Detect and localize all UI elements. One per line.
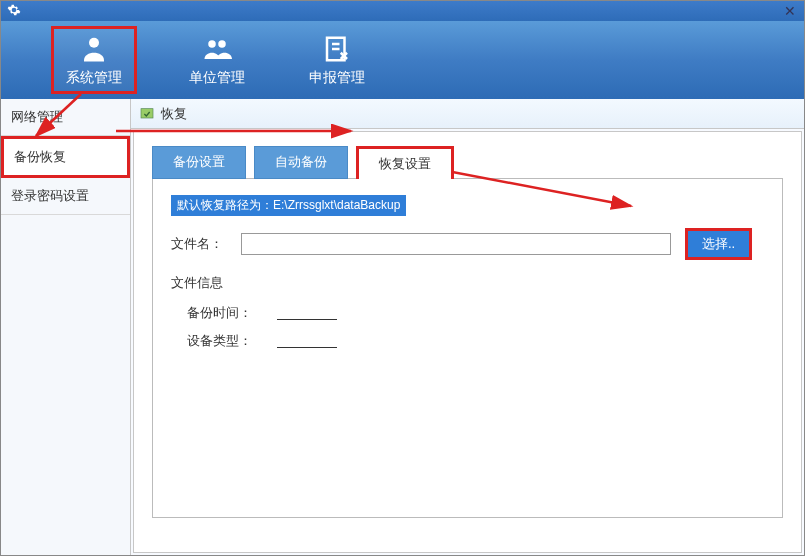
svg-point-2	[218, 40, 226, 48]
svg-point-1	[208, 40, 216, 48]
sidebar-item-password[interactable]: 登录密码设置	[1, 178, 130, 215]
ribbon-unit-management[interactable]: 单位管理	[177, 29, 257, 91]
group-icon	[201, 33, 233, 65]
app-window: ✕ 系统管理 单位管理 申报管理 网络管理 备份恢复	[0, 0, 805, 556]
device-type-value	[277, 332, 337, 348]
select-button[interactable]: 选择..	[685, 228, 752, 260]
user-admin-icon	[78, 33, 110, 65]
backup-time-label: 备份时间：	[187, 304, 277, 322]
restore-icon	[139, 106, 155, 122]
filename-row: 文件名： 选择..	[171, 228, 764, 260]
sidebar-item-label: 网络管理	[11, 109, 63, 124]
toolbar-label: 恢复	[161, 105, 187, 123]
restore-panel: 默认恢复路径为：E:\Zrrssglxt\dataBackup 文件名： 选择.…	[152, 178, 783, 518]
tab-auto-backup[interactable]: 自动备份	[254, 146, 348, 179]
tab-backup-settings[interactable]: 备份设置	[152, 146, 246, 179]
content-panel: 备份设置 自动备份 恢复设置 默认恢复路径为：E:\Zrrssglxt\data…	[133, 131, 802, 553]
main-area: 恢复 备份设置 自动备份 恢复设置 默认恢复路径为：E:\Zrrssglxt\d…	[131, 99, 804, 555]
tabs: 备份设置 自动备份 恢复设置	[152, 146, 783, 179]
ribbon-declaration-management[interactable]: 申报管理	[297, 29, 377, 91]
ribbon-label: 系统管理	[66, 69, 122, 87]
document-edit-icon	[321, 33, 353, 65]
default-path-text: 默认恢复路径为：E:\Zrrssglxt\dataBackup	[171, 195, 406, 216]
close-icon[interactable]: ✕	[784, 3, 796, 19]
ribbon-label: 单位管理	[189, 69, 245, 87]
sidebar: 网络管理 备份恢复 登录密码设置	[1, 99, 131, 555]
sidebar-item-label: 登录密码设置	[11, 188, 89, 203]
sidebar-item-network[interactable]: 网络管理	[1, 99, 130, 136]
file-info-section: 文件信息 备份时间： 设备类型：	[171, 274, 764, 350]
backup-time-row: 备份时间：	[171, 304, 764, 322]
body-area: 网络管理 备份恢复 登录密码设置 恢复 备份设置 自动备份 恢复设置	[1, 99, 804, 555]
svg-point-0	[89, 38, 99, 48]
device-type-row: 设备类型：	[171, 332, 764, 350]
ribbon-label: 申报管理	[309, 69, 365, 87]
ribbon: 系统管理 单位管理 申报管理	[1, 21, 804, 99]
filename-input[interactable]	[241, 233, 671, 255]
sidebar-item-backup-restore[interactable]: 备份恢复	[1, 136, 130, 178]
backup-time-value	[277, 304, 337, 320]
svg-rect-4	[141, 108, 153, 117]
gear-icon[interactable]	[7, 3, 21, 20]
titlebar: ✕	[1, 1, 804, 21]
toolbar: 恢复	[131, 99, 804, 129]
ribbon-system-management[interactable]: 系统管理	[51, 26, 137, 94]
device-type-label: 设备类型：	[187, 332, 277, 350]
tab-restore-settings[interactable]: 恢复设置	[356, 146, 454, 179]
filename-label: 文件名：	[171, 235, 241, 253]
sidebar-item-label: 备份恢复	[14, 149, 66, 164]
file-info-title: 文件信息	[171, 274, 764, 292]
